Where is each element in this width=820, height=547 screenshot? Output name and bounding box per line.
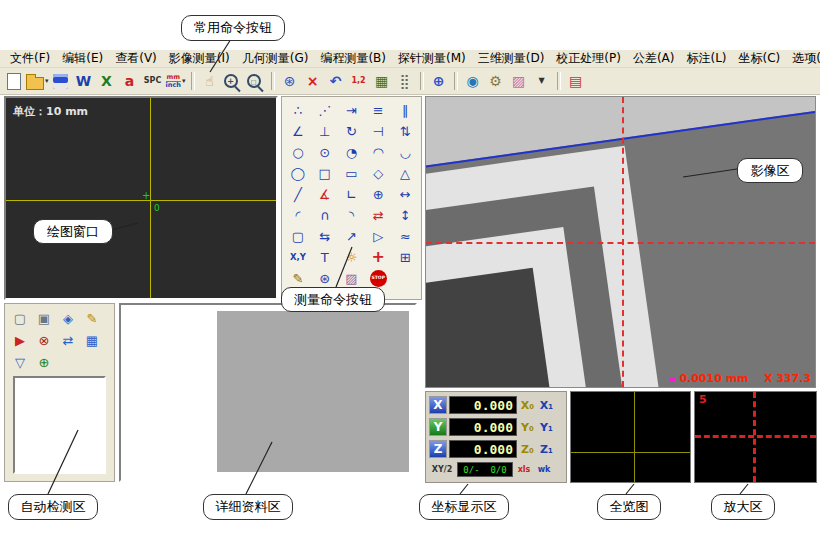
axis-y-half-button[interactable]: Y₁	[538, 421, 555, 434]
menu-item-2[interactable]: 编辑(E)	[56, 50, 109, 67]
measure-tool-icon-r3c2[interactable]: ⊙	[312, 142, 338, 162]
menu-item-13[interactable]: 选项(O)	[786, 50, 820, 67]
measure-tool-icon-r5c5[interactable]: ↔	[392, 184, 418, 204]
edit-brush-icon[interactable]: ✎	[81, 308, 103, 328]
measure-tool-icon-r6c1[interactable]: ◜	[285, 205, 311, 225]
tools-icon[interactable]: ⊕	[33, 352, 55, 372]
measure-tool-icon-r5c2[interactable]: ∡	[312, 184, 338, 204]
open-report-icon[interactable]: ▣	[33, 308, 55, 328]
export-xls-button[interactable]: xls	[515, 465, 533, 474]
measure-tool-icon-r4c5[interactable]: △	[392, 163, 418, 183]
new-file-icon[interactable]	[3, 70, 25, 92]
detail-data-panel[interactable]	[119, 303, 417, 482]
measure-tool-icon-r9c1[interactable]: ✎	[285, 268, 311, 288]
measure-tool-icon-r9c2[interactable]: ⊛	[312, 268, 338, 288]
spc-icon[interactable]: SPC	[142, 70, 164, 92]
text-annotation-icon[interactable]: a	[119, 70, 141, 92]
measure-tool-icon-r1c1[interactable]: ∴	[285, 100, 311, 120]
probe-star-icon[interactable]: ⊛	[279, 70, 301, 92]
magnifier-view[interactable]: 5	[694, 391, 817, 483]
menu-item-3[interactable]: 查看(V)	[109, 50, 163, 67]
measure-tool-icon-r7c3[interactable]: ↗	[339, 226, 365, 246]
menu-item-4[interactable]: 影像测量(I)	[163, 50, 236, 67]
move-stage-icon[interactable]: +	[365, 247, 391, 267]
measure-tool-icon-r4c3[interactable]: ▭	[339, 163, 365, 183]
measure-tool-icon-r3c4[interactable]: ◠	[365, 142, 391, 162]
measure-tool-icon-r1c5[interactable]: ∥	[392, 100, 418, 120]
work-mode-button[interactable]: wk	[535, 465, 553, 474]
measure-tool-icon-r7c5[interactable]: ≈	[392, 226, 418, 246]
measure-tool-icon-r1c3[interactable]: ⇥	[339, 100, 365, 120]
measure-tool-icon-r7c4[interactable]: ▷	[365, 226, 391, 246]
image-view[interactable]: 0.0010 mm X 337.3	[425, 96, 816, 388]
axis-z-button[interactable]: Z	[429, 440, 447, 458]
menu-item-9[interactable]: 校正处理(P)	[550, 50, 627, 67]
pan-hand-icon[interactable]: ☝	[199, 70, 221, 92]
undo-icon[interactable]: ↶	[325, 70, 347, 92]
measure-tool-icon-r8c5[interactable]: ⊞	[392, 247, 418, 267]
measure-tool-icon-r6c4[interactable]: ⇄	[365, 205, 391, 225]
menu-item-6[interactable]: 编程测量(B)	[314, 50, 392, 67]
measure-tool-icon-r1c2[interactable]: ⋰	[312, 100, 338, 120]
text-tool-icon[interactable]: T	[312, 247, 338, 267]
crosshair-target-icon[interactable]: ⊕	[428, 70, 450, 92]
axis-x-half-button[interactable]: X₁	[538, 399, 555, 412]
label-sequence-icon[interactable]: 1,2	[348, 70, 370, 92]
menu-item-5[interactable]: 几何测量(G)	[236, 50, 315, 67]
drawing-window[interactable]: 单位：10 mm + 0	[4, 96, 278, 300]
measure-tool-icon-r3c1[interactable]: ○	[285, 142, 311, 162]
menu-item-8[interactable]: 三维测量(D)	[472, 50, 551, 67]
report-icon[interactable]: ▤	[565, 70, 587, 92]
measure-tool-icon-r6c2[interactable]: ∩	[312, 205, 338, 225]
measure-tool-icon-r4c4[interactable]: ◇	[365, 163, 391, 183]
globe-icon[interactable]: ◉	[462, 70, 484, 92]
menu-item-10[interactable]: 公差(A)	[627, 50, 681, 67]
stop-button[interactable]: STOP	[365, 268, 391, 288]
overview-map[interactable]	[570, 391, 691, 483]
dropdown-arrow-icon[interactable]: ▾	[45, 77, 49, 85]
menu-item-1[interactable]: 文件(F)	[4, 50, 56, 67]
menu-item-12[interactable]: 坐标(C)	[733, 50, 787, 67]
word-export-icon[interactable]: W	[73, 70, 95, 92]
transfer-icon[interactable]: ⇄	[57, 330, 79, 350]
measure-tool-icon-r4c1[interactable]: ◯	[285, 163, 311, 183]
axis-z-half-button[interactable]: Z₁	[538, 443, 555, 456]
axis-y-button[interactable]: Y	[429, 418, 447, 436]
measure-tool-icon-r5c3[interactable]: ∟	[339, 184, 365, 204]
point-array-icon[interactable]: ⣿	[394, 70, 416, 92]
measure-tool-icon-r7c2[interactable]: ⇆	[312, 226, 338, 246]
lamp-icon[interactable]: ☼	[339, 247, 365, 267]
measure-tool-icon-r3c5[interactable]: ◡	[392, 142, 418, 162]
unit-mm-inch-icon[interactable]: mminch▾	[165, 70, 187, 92]
measure-tool-icon-r6c3[interactable]: ◝	[339, 205, 365, 225]
new-doc-icon[interactable]: ▢	[9, 308, 31, 328]
measure-tool-icon-r3c3[interactable]: ◔	[339, 142, 365, 162]
xy-half-button[interactable]: XY/2	[429, 465, 455, 474]
measure-tool-icon-r6c5[interactable]: ↕	[392, 205, 418, 225]
axis-x-zero-button[interactable]: X₀	[519, 399, 536, 412]
more-tools-arrow-icon[interactable]: ▼	[531, 70, 553, 92]
zoom-window-icon[interactable]: □	[245, 70, 267, 92]
measure-tool-icon-r2c5[interactable]: ⇅	[392, 121, 418, 141]
measure-tool-icon-r2c1[interactable]: ∠	[285, 121, 311, 141]
zoom-in-icon[interactable]: +	[222, 70, 244, 92]
auto-detect-list[interactable]	[13, 376, 106, 474]
filter-icon[interactable]: ▽	[9, 352, 31, 372]
delete-icon[interactable]: ×	[302, 70, 324, 92]
measure-tool-icon-r5c1[interactable]: ╱	[285, 184, 311, 204]
open-file-icon[interactable]: ▾	[26, 70, 49, 92]
measure-tool-icon-r1c4[interactable]: ≡	[365, 100, 391, 120]
package-icon[interactable]: ◈	[57, 308, 79, 328]
image-capture-icon[interactable]: ▨	[508, 70, 530, 92]
measure-tool-icon-r4c2[interactable]: □	[312, 163, 338, 183]
measure-tool-icon-r2c3[interactable]: ↻	[339, 121, 365, 141]
tile-icon[interactable]: ▦	[81, 330, 103, 350]
menu-item-11[interactable]: 标注(L)	[681, 50, 733, 67]
measure-tool-icon-r2c4[interactable]: ⊣	[365, 121, 391, 141]
axis-x-button[interactable]: X	[429, 396, 447, 414]
grid-icon[interactable]: ▦	[371, 70, 393, 92]
menu-item-7[interactable]: 探针测量(M)	[392, 50, 472, 67]
measure-tool-icon-r9c3[interactable]: ▨	[339, 268, 365, 288]
measure-tool-icon-r5c4[interactable]: ⊕	[365, 184, 391, 204]
measure-tool-icon-r2c2[interactable]: ⊥	[312, 121, 338, 141]
